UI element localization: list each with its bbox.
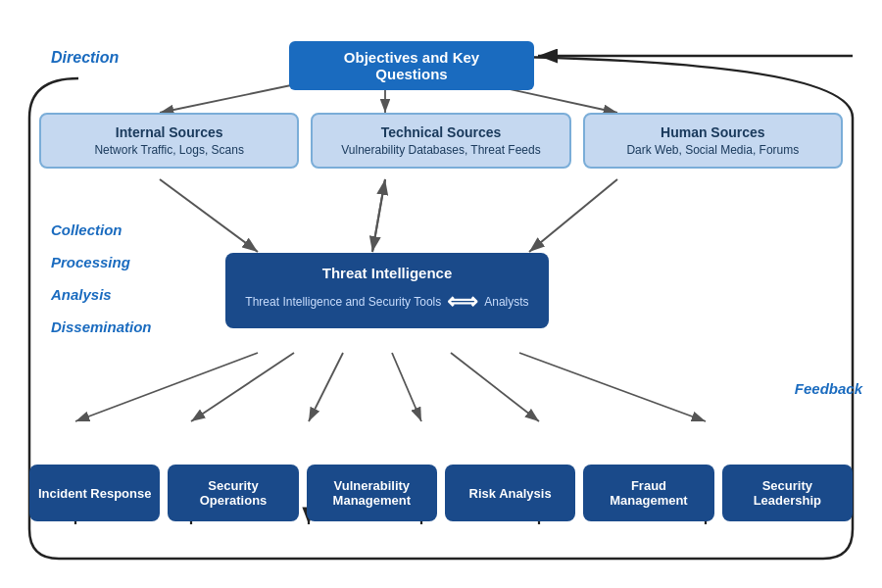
svg-line-17 <box>519 353 706 421</box>
label-collection: Collection <box>51 221 122 238</box>
svg-line-15 <box>392 353 421 421</box>
source-technical-title: Technical Sources <box>326 124 555 140</box>
source-human: Human Sources Dark Web, Social Media, Fo… <box>583 113 843 169</box>
svg-line-13 <box>191 353 294 421</box>
threat-left-label: Threat Intelligence and Security Tools <box>245 295 441 309</box>
threat-arrow-icon: ⟺ <box>447 289 478 315</box>
box-fraud-management: Fraud Management <box>583 465 713 521</box>
source-technical: Technical Sources Vulnerability Database… <box>311 113 570 169</box>
source-human-subtitle: Dark Web, Social Media, Forums <box>599 143 827 157</box>
box-vulnerability-management: Vulnerability Management <box>307 465 437 521</box>
threat-intelligence-box: Threat Intelligence Threat Intelligence … <box>225 253 549 328</box>
label-processing: Processing <box>51 254 130 270</box>
label-feedback: Feedback <box>795 380 862 397</box>
svg-line-12 <box>75 353 258 421</box>
label-direction: Direction <box>51 49 119 67</box>
label-analysis: Analysis <box>51 286 112 303</box>
box-security-operations: Security Operations <box>168 465 298 521</box>
svg-line-16 <box>451 353 539 421</box>
diagram-container: Direction Objectives and Key Questions I… <box>0 0 882 588</box>
source-technical-subtitle: Vulnerability Databases, Threat Feeds <box>326 143 555 157</box>
threat-right-label: Analysts <box>484 295 528 309</box>
bottom-boxes: Incident Response Security Operations Vu… <box>29 465 853 521</box>
svg-line-5 <box>160 179 258 252</box>
threat-inner: Threat Intelligence and Security Tools ⟺… <box>241 289 533 315</box>
source-internal: Internal Sources Network Traffic, Logs, … <box>39 113 299 169</box>
source-internal-title: Internal Sources <box>55 124 283 140</box>
svg-line-7 <box>372 179 385 252</box>
svg-line-14 <box>309 353 343 421</box>
source-human-title: Human Sources <box>599 124 827 140</box>
box-risk-analysis: Risk Analysis <box>445 465 575 521</box>
box-security-leadership: Security Leadership <box>722 465 853 521</box>
svg-line-8 <box>529 179 617 252</box>
box-incident-response: Incident Response <box>29 465 160 521</box>
threat-title: Threat Intelligence <box>241 265 533 281</box>
source-internal-subtitle: Network Traffic, Logs, Scans <box>55 143 283 157</box>
objectives-box: Objectives and Key Questions <box>289 41 534 90</box>
label-dissemination: Dissemination <box>51 318 152 335</box>
sources-wrapper: Internal Sources Network Traffic, Logs, … <box>39 113 843 169</box>
